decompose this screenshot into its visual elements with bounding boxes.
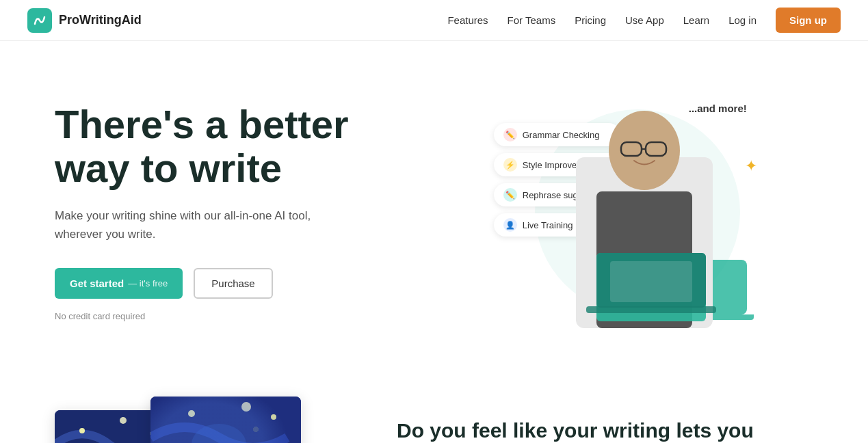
sparkle-icon: ✦ <box>745 157 757 175</box>
get-started-button[interactable]: Get started — it's free <box>55 268 183 299</box>
navbar: ProWritingAid Features For Teams Pricing… <box>0 0 868 41</box>
rephrase-icon: ✏️ <box>503 188 517 202</box>
hero-section: There's a better way to write Make your … <box>0 41 868 369</box>
illustration-wrapper: ✏️ Grammar Checking ⚡ Style Improvements… <box>494 96 754 328</box>
svg-rect-9 <box>610 261 692 302</box>
paintings-container: My idea in my head <box>55 397 301 443</box>
svg-point-21 <box>271 414 276 420</box>
svg-point-11 <box>79 428 85 433</box>
section2: My idea in my head Do you feel like your… <box>0 369 868 443</box>
paintings-area: My idea in my head <box>55 397 342 443</box>
svg-point-20 <box>241 402 251 412</box>
hero-subtext: Make your writing shine with our all-in-… <box>55 206 328 243</box>
nav-use-app[interactable]: Use App <box>625 14 664 26</box>
nav-learn[interactable]: Learn <box>683 14 709 26</box>
svg-point-12 <box>120 417 127 424</box>
svg-rect-18 <box>150 397 301 443</box>
svg-rect-8 <box>586 306 716 313</box>
svg-point-1 <box>609 111 680 190</box>
painting-front <box>150 397 301 443</box>
no-credit-card-text: No credit card required <box>55 311 434 321</box>
svg-point-22 <box>192 424 246 443</box>
style-icon: ⚡ <box>503 158 517 172</box>
logo-link[interactable]: ProWritingAid <box>27 8 142 33</box>
hero-illustration: ✏️ Grammar Checking ⚡ Style Improvements… <box>434 82 814 342</box>
nav-pricing[interactable]: Pricing <box>575 14 606 26</box>
nav-for-teams[interactable]: For Teams <box>508 14 556 26</box>
hero-headline: There's a better way to write <box>55 103 434 190</box>
hero-content: There's a better way to write Make your … <box>55 103 434 321</box>
login-button[interactable]: Log in <box>728 14 757 26</box>
person-illustration <box>555 103 733 328</box>
logo-icon <box>27 8 52 33</box>
logo-text: ProWritingAid <box>59 13 142 27</box>
signup-button[interactable]: Sign up <box>776 8 841 33</box>
grammar-icon: ✏️ <box>503 128 517 142</box>
purchase-button[interactable]: Purchase <box>194 268 272 299</box>
hero-cta-group: Get started — it's free Purchase <box>55 268 434 299</box>
training-icon: 👤 <box>503 218 517 232</box>
section2-text: Do you feel like your writing lets you d… <box>397 418 813 443</box>
painting-front-svg <box>150 397 301 443</box>
nav-features[interactable]: Features <box>447 14 488 26</box>
section2-heading: Do you feel like your writing lets you d… <box>397 418 813 443</box>
nav-links: Features For Teams Pricing Use App Learn… <box>447 8 841 33</box>
svg-point-19 <box>188 410 195 417</box>
